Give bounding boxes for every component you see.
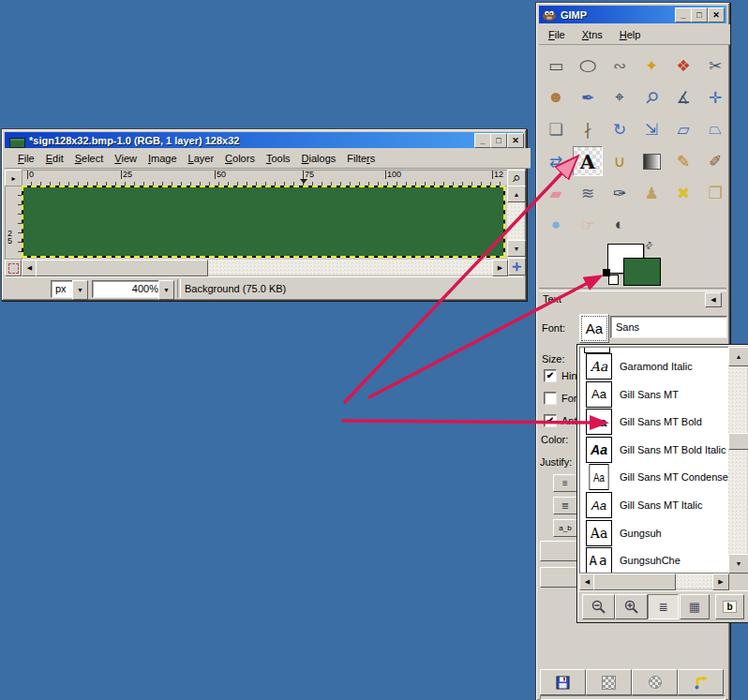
font-hscroll-right-button[interactable]: ▶ — [712, 573, 729, 590]
pencil-tool-button[interactable]: ✎ — [668, 146, 698, 176]
menu-item-select[interactable]: Select — [69, 151, 110, 166]
font-vscroll-down-button[interactable]: ▼ — [728, 554, 748, 573]
image-minimize-button[interactable]: _ — [474, 133, 491, 148]
flip-tool-button[interactable]: ⇄ — [541, 146, 571, 176]
crop-tool-button[interactable]: ∤ — [573, 114, 603, 144]
font-vscroll-thumb[interactable] — [728, 433, 748, 450]
unit-dropdown-button[interactable]: ▼ — [72, 280, 88, 300]
image-maximize-button[interactable]: □ — [490, 133, 507, 148]
reset-options-button[interactable] — [678, 669, 724, 695]
swap-colors-icon[interactable]: ⇄ — [642, 239, 654, 252]
menu-item-layer[interactable]: Layer — [183, 151, 220, 166]
rotate-tool-button[interactable]: ↻ — [605, 114, 635, 144]
font-name-field[interactable]: Sans — [610, 316, 727, 338]
horizontal-ruler[interactable]: 025507510012 — [22, 170, 509, 186]
scale-tool-button[interactable]: ⇲ — [636, 114, 666, 144]
menu-item-filters[interactable]: Filters — [341, 151, 381, 166]
text-tool-button[interactable]: A — [573, 146, 603, 176]
zoom-field[interactable]: 400% — [92, 280, 163, 298]
fuzzy-select-tool-button[interactable]: ✦ — [636, 51, 666, 81]
zoom-follow-button[interactable]: ⚲ — [507, 170, 526, 186]
dodge-burn-tool-button[interactable]: ◐ — [605, 210, 635, 240]
menu-item-dialogs[interactable]: Dialogs — [296, 151, 342, 166]
move-tool-button[interactable]: ✛ — [700, 82, 730, 112]
font-vscroll-up-button[interactable]: ▲ — [728, 347, 748, 366]
shear-tool-button[interactable]: ▱ — [668, 114, 698, 144]
image-canvas[interactable] — [22, 186, 505, 258]
heal-tool-button[interactable]: ✖ — [668, 178, 698, 208]
toolbox-close-button[interactable]: ✕ — [708, 7, 725, 22]
clone-tool-button[interactable]: ♟ — [636, 178, 666, 208]
vscroll-up-button[interactable]: ▲ — [507, 186, 526, 202]
font-list-vscrollbar[interactable] — [728, 347, 747, 572]
font-list-item-7[interactable]: AaGungsuh — [582, 519, 723, 547]
gradient-tool-button[interactable] — [636, 146, 666, 176]
perspective-clone-tool-button[interactable]: ❐ — [700, 178, 730, 208]
restore-options-button[interactable] — [586, 669, 632, 695]
menu-item-view[interactable]: View — [109, 151, 142, 166]
letter-spacing-button[interactable]: a_b — [553, 519, 577, 537]
line-spacing-button[interactable]: ≣ — [553, 497, 577, 514]
free-select-tool-button[interactable]: ∾ — [605, 51, 635, 81]
color-picker-tool-button[interactable]: ⌖ — [605, 82, 635, 112]
zoom-out-button[interactable] — [582, 594, 615, 619]
grid-view-button[interactable]: ▦ — [680, 594, 710, 619]
vscroll-down-button[interactable]: ▼ — [507, 240, 526, 257]
bucket-fill-tool-button[interactable]: ∪ — [605, 146, 635, 176]
image-close-button[interactable]: ✕ — [507, 133, 524, 148]
align-tool-button[interactable]: ❏ — [541, 114, 571, 144]
font-list-item-4[interactable]: AaGill Sans MT Bold Italic — [582, 436, 723, 464]
menu-item-help[interactable]: Help — [614, 27, 647, 42]
ellipse-select-tool-button[interactable]: ◯ — [573, 51, 603, 81]
menu-item-colors[interactable]: Colors — [219, 151, 261, 166]
airbrush-tool-button[interactable]: ≋ — [573, 178, 603, 208]
font-list-item-2[interactable]: AaGill Sans MT — [582, 380, 723, 409]
hscroll-thumb[interactable] — [36, 260, 208, 276]
paintbrush-tool-button[interactable]: ✐ — [700, 146, 730, 176]
toolbox-minimize-button[interactable]: _ — [675, 7, 692, 22]
font-list-item-8[interactable]: AaGungsuhChe — [582, 546, 723, 573]
zoom-tool-button[interactable]: ⚲ — [636, 82, 666, 112]
menu-item-image[interactable]: Image — [142, 151, 183, 166]
rename-font-button[interactable]: b — [715, 594, 744, 619]
hscroll-right-button[interactable]: ▶ — [492, 260, 508, 276]
checkbox-box[interactable]: ✔ — [544, 414, 557, 427]
quickmask-toggle-button[interactable] — [5, 260, 22, 276]
menu-item-edit[interactable]: Edit — [40, 151, 69, 166]
menu-item-file[interactable]: File — [12, 151, 40, 166]
ink-tool-button[interactable]: ✑ — [605, 178, 635, 208]
eraser-tool-button[interactable]: ▰ — [541, 178, 571, 208]
menu-item-xtns[interactable]: Xtns — [576, 27, 608, 42]
font-hscroll-thumb[interactable] — [593, 573, 676, 590]
font-list-item-3[interactable]: AaGill Sans MT Bold — [582, 408, 723, 436]
save-options-button[interactable] — [540, 669, 586, 695]
image-window-titlebar[interactable]: *sign128x32.bmp-1.0 (RGB, 1 layer) 128x3… — [5, 132, 523, 149]
zoom-in-button[interactable] — [615, 594, 648, 619]
menu-item-file[interactable]: File — [543, 27, 571, 42]
font-list-item-5[interactable]: AaGill Sans MT Condensed, C — [582, 463, 723, 491]
justify-left-button[interactable]: ≡ — [553, 474, 577, 492]
checkbox-anti[interactable]: ✔Anti — [544, 414, 579, 427]
font-list-item-1[interactable]: AaGaramond Italic — [582, 352, 723, 380]
default-colors-icon[interactable] — [603, 269, 618, 283]
rect-select-tool-button[interactable]: ▭ — [541, 51, 571, 81]
navigation-button[interactable]: ✛ — [508, 258, 526, 276]
blur-tool-button[interactable]: ● — [541, 210, 571, 240]
foreground-select-tool-button[interactable]: ☻ — [541, 82, 571, 112]
ruler-corner-menu-button[interactable]: ▸ — [5, 170, 22, 186]
checkbox-box[interactable]: ✔ — [544, 369, 557, 382]
font-preview-button[interactable]: Aa — [579, 314, 609, 343]
scissors-tool-button[interactable]: ✂ — [700, 51, 730, 81]
background-color-swatch[interactable] — [623, 258, 661, 286]
checkbox-box[interactable] — [544, 392, 557, 405]
paths-tool-button[interactable]: ✒ — [573, 82, 603, 112]
indent-control-partial[interactable] — [540, 541, 579, 561]
menu-item-tools[interactable]: Tools — [261, 151, 296, 166]
toolbox-maximize-button[interactable]: □ — [691, 7, 708, 22]
perspective-tool-button[interactable]: ⏢ — [700, 114, 730, 144]
delete-options-button[interactable] — [632, 669, 678, 695]
list-view-button[interactable]: ≣ — [648, 594, 679, 619]
line-spacing-control-partial[interactable] — [540, 567, 579, 588]
smudge-tool-button[interactable]: ☞ — [573, 210, 603, 240]
checkbox-hint[interactable]: ✔Hint — [544, 369, 580, 382]
